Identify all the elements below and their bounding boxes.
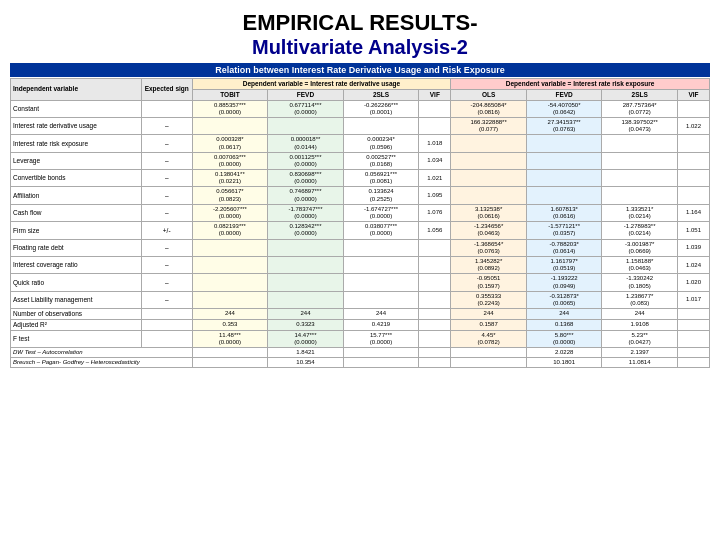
results-table: Independent variable Expected sign Depen…: [10, 78, 710, 368]
cell-tobit: 0.056617*(0.0823): [192, 187, 268, 204]
cell-vif_l: [419, 291, 451, 308]
cell-fevd_r: [526, 135, 602, 152]
table-section: Relation between Interest Rate Derivativ…: [0, 63, 720, 368]
cell-tobit: [192, 239, 268, 256]
col-tobit: TOBIT: [192, 89, 268, 100]
expected-sign: –: [141, 135, 192, 152]
cell-fevd_r: -0.788203*(0.0614): [526, 239, 602, 256]
cell-vif_r: [677, 319, 709, 330]
expected-sign: –: [141, 256, 192, 273]
cell-fevd_l: [268, 274, 344, 291]
footer-label: Breusch – Pagan- Godfrey – Heteroscedast…: [11, 358, 193, 368]
expected-sign: [141, 100, 192, 117]
footer-left-val: 1.8421: [268, 348, 344, 358]
cell-ols: -0.95051(0.1597): [451, 274, 527, 291]
cell-vif_r: [677, 309, 709, 320]
cell-vif_r: [677, 100, 709, 117]
cell-vif_r: [677, 135, 709, 152]
cell-vif_l: 1.021: [419, 170, 451, 187]
cell-sls2_r: 1.238677*(0.083): [602, 291, 678, 308]
cell-sls2_l: 0.056921***(0.0081): [343, 170, 419, 187]
var-label: Constant: [11, 100, 142, 117]
cell-tobit: 0.138041**(0.0221): [192, 170, 268, 187]
var-label: Number of observations: [11, 309, 142, 320]
cell-sls2_r: [602, 170, 678, 187]
cell-sls2_r: 1.333521*(0.0214): [602, 204, 678, 221]
relation-header: Relation between Interest Rate Derivativ…: [10, 63, 710, 77]
cell-sls2_r: -1.330242(0.1805): [602, 274, 678, 291]
cell-fevd_l: [268, 291, 344, 308]
cell-tobit: 0.000328*(0.0617): [192, 135, 268, 152]
cell-sls2_l: [343, 256, 419, 273]
var-label: F test: [11, 330, 142, 347]
cell-fevd_r: -0.312873*(0.0065): [526, 291, 602, 308]
cell-ols: 244: [451, 309, 527, 320]
page-container: EMPIRICAL RESULTS- Multivariate Analysis…: [0, 0, 720, 540]
expected-sign: –: [141, 187, 192, 204]
cell-sls2_r: -3.001987*(0.0669): [602, 239, 678, 256]
cell-ols: 166.322888**(0.077): [451, 117, 527, 134]
col-2sls-l: 2SLS: [343, 89, 419, 100]
cell-sls2_r: 244: [602, 309, 678, 320]
var-label: Interest rate risk exposure: [11, 135, 142, 152]
cell-tobit: -2.205607***(0.0000): [192, 204, 268, 221]
cell-fevd_l: -1.783747***(0.0000): [268, 204, 344, 221]
cell-vif_l: [419, 256, 451, 273]
cell-vif_l: [419, 330, 451, 347]
cell-vif_l: 1.076: [419, 204, 451, 221]
cell-tobit: [192, 256, 268, 273]
footer-right-val: [451, 348, 527, 358]
cell-fevd_r: [526, 170, 602, 187]
cell-ols: 3.132538*(0.0616): [451, 204, 527, 221]
cell-sls2_r: 287.757364*(0.0772): [602, 100, 678, 117]
cell-tobit: 0.082193***(0.0000): [192, 222, 268, 239]
footer-left-val: 10.354: [268, 358, 344, 368]
cell-vif_r: [677, 330, 709, 347]
dep-var-left-header: Dependent variable = Interest rate deriv…: [192, 79, 451, 90]
cell-vif_r: 1.017: [677, 291, 709, 308]
expected-sign: –: [141, 274, 192, 291]
cell-fevd_r: 244: [526, 309, 602, 320]
independent-var-header: Independent variable: [11, 79, 142, 101]
var-label: Floating rate debt: [11, 239, 142, 256]
cell-sls2_r: 1.158188*(0.0463): [602, 256, 678, 273]
cell-vif_r: 1.164: [677, 204, 709, 221]
cell-ols: 4.45*(0.0782): [451, 330, 527, 347]
cell-fevd_r: [526, 152, 602, 169]
cell-fevd_l: 244: [268, 309, 344, 320]
col-vif-l: VIF: [419, 89, 451, 100]
cell-ols: 0.1587: [451, 319, 527, 330]
col-2sls-r: 2SLS: [602, 89, 678, 100]
footer-vif-r: [677, 358, 709, 368]
expected-sign: [141, 330, 192, 347]
cell-vif_l: 1.034: [419, 152, 451, 169]
cell-sls2_r: 1.9108: [602, 319, 678, 330]
cell-vif_r: 1.020: [677, 274, 709, 291]
cell-fevd_r: 5.80***(0.0000): [526, 330, 602, 347]
cell-tobit: [192, 291, 268, 308]
cell-tobit: [192, 117, 268, 134]
footer-vif-r: [677, 348, 709, 358]
expected-sign: –: [141, 152, 192, 169]
col-fevd-l: FEVD: [268, 89, 344, 100]
cell-fevd_l: 14.47***(0.0000): [268, 330, 344, 347]
footer-label: DW Test – Autocorrelation: [11, 348, 193, 358]
footer-right-val: 2.1397: [602, 348, 678, 358]
cell-ols: -1.368654*(0.0763): [451, 239, 527, 256]
cell-fevd_l: 0.128342***(0.0000): [268, 222, 344, 239]
cell-sls2_l: 0.133624(0.2525): [343, 187, 419, 204]
cell-fevd_l: [268, 117, 344, 134]
cell-fevd_r: 0.1368: [526, 319, 602, 330]
cell-tobit: [192, 274, 268, 291]
cell-fevd_l: 0.3323: [268, 319, 344, 330]
cell-fevd_l: 0.677114***(0.0000): [268, 100, 344, 117]
footer-left-val: [343, 358, 419, 368]
cell-sls2_r: -1.278983**(0.0214): [602, 222, 678, 239]
cell-ols: [451, 152, 527, 169]
col-fevd-r: FEVD: [526, 89, 602, 100]
cell-sls2_l: [343, 117, 419, 134]
cell-sls2_l: [343, 274, 419, 291]
footer-right-val: [451, 358, 527, 368]
var-label: Adjusted R²: [11, 319, 142, 330]
expected-sign: –: [141, 204, 192, 221]
